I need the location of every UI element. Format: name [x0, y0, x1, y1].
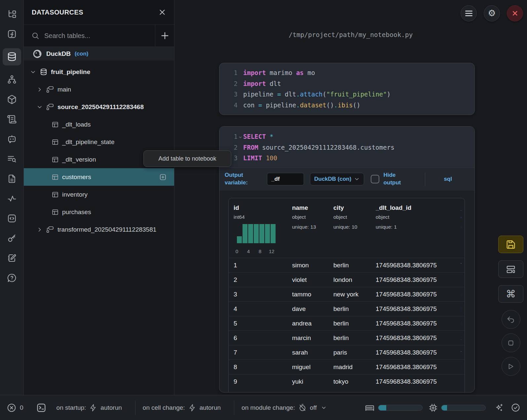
code-line: 4 con = pipeline.dataset().ibis(): [219, 100, 474, 111]
tree-item-customers[interactable]: customers: [24, 168, 174, 186]
terminal-button[interactable]: [36, 402, 47, 413]
schema-icon: [46, 226, 54, 234]
save-button[interactable]: [498, 236, 523, 253]
database-icon[interactable]: [3, 48, 21, 65]
add-table-icon[interactable]: [159, 173, 167, 181]
tree-item-fruit_pipeline[interactable]: fruit_pipeline: [24, 63, 174, 81]
bot-icon[interactable]: [3, 134, 21, 145]
table-row[interactable]: 9yukitokyo1745968348.3806975E: [229, 374, 465, 389]
app-window: DATASOURCES Search tables... DuckDB (con…: [0, 0, 527, 420]
datasources-panel: DATASOURCES Search tables... DuckDB (con…: [24, 0, 174, 395]
help-icon[interactable]: [3, 272, 21, 284]
column-header-name[interactable]: name object unique: 13: [287, 204, 328, 254]
error-indicator[interactable]: 0: [7, 403, 23, 413]
connection-row[interactable]: DuckDB (con): [24, 47, 174, 60]
divider: [425, 172, 425, 186]
settings-button[interactable]: ⚙: [484, 5, 500, 21]
shutdown-button[interactable]: ✕: [507, 5, 523, 21]
save-icon: [506, 240, 516, 249]
timer-off-icon: [298, 403, 307, 412]
sql-editor[interactable]: 1 SELECT * 2 FROM source_202504291112283…: [219, 127, 474, 168]
sitemap-icon[interactable]: [3, 74, 21, 85]
column-header-_dlt_load_id[interactable]: _dlt_load_id object unique: 1: [371, 204, 456, 254]
output-variable-input[interactable]: _df: [267, 173, 304, 185]
datasource-tree: fruit_pipeline main source_2025042911122…: [24, 60, 174, 238]
shutdown-x-icon: ✕: [511, 10, 518, 18]
table-row[interactable]: 6marcinberlin1745968348.3806975z: [229, 330, 465, 345]
startup-setting[interactable]: on startup: autorun: [56, 404, 122, 412]
tree-item-source_202504291112283468[interactable]: source_202504291112283468: [24, 98, 174, 116]
engine-select[interactable]: DuckDB (con): [310, 173, 364, 185]
tree-item-label: source_202504291112283468: [57, 103, 144, 111]
file-tree-icon[interactable]: [3, 9, 21, 20]
cube-icon[interactable]: [3, 94, 21, 105]
tree-item-main[interactable]: main: [24, 81, 174, 98]
tree-item-label: main: [57, 86, 71, 93]
cell-change-setting[interactable]: on cell change: autorun: [143, 404, 221, 412]
activity-icon[interactable]: [3, 193, 21, 204]
key-icon[interactable]: [3, 233, 21, 244]
module-change-setting[interactable]: on module change: off: [242, 403, 326, 412]
tree-item-inventory[interactable]: inventory: [24, 186, 174, 203]
layout-icon: [506, 264, 516, 274]
ai-assist-button[interactable]: [494, 403, 504, 412]
scroll-icon[interactable]: [3, 114, 21, 125]
layout-button[interactable]: [498, 260, 523, 278]
python-cell[interactable]: 1 import marimo as mo 2 import dlt 3 pip…: [219, 63, 475, 115]
panel-title: DATASOURCES: [32, 9, 83, 16]
hide-output-checkbox[interactable]: [371, 175, 379, 183]
column-header-_dlt_id[interactable]: _dlt_id object unique: 13: [456, 204, 461, 254]
table-row[interactable]: 7sarahparis1745968348.3806975t: [229, 345, 465, 360]
close-icon[interactable]: [158, 8, 166, 16]
fold-icon[interactable]: [238, 135, 243, 139]
tree-item-label: transformed_202504291112283581: [57, 226, 156, 233]
sql-cell[interactable]: 1 SELECT * 2 FROM source_202504291112283…: [219, 126, 475, 393]
search-input[interactable]: Search tables...: [44, 32, 155, 40]
search-icon: [31, 31, 40, 40]
circle-x-icon: [7, 403, 17, 413]
table-row[interactable]: 8miguelmadrid1745968348.3806975r: [229, 360, 465, 374]
stop-button[interactable]: [502, 333, 520, 352]
schema-icon: [46, 103, 54, 111]
tree-item-purchases[interactable]: purchases: [24, 203, 174, 221]
result-table[interactable]: id int64 04812 name object unique: 13 ci…: [228, 198, 465, 393]
code-box-icon[interactable]: [3, 213, 21, 224]
column-header-id[interactable]: id int64 04812: [229, 204, 287, 254]
file-text-icon[interactable]: [3, 173, 21, 184]
table-icon: [52, 156, 59, 163]
output-variable-label: Output variable:: [225, 172, 259, 187]
tree-item-_dlt_pipeline_state[interactable]: _dlt_pipeline_state: [24, 133, 174, 151]
tree-item-_dlt_loads[interactable]: _dlt_loads: [24, 116, 174, 133]
table-row[interactable]: 2violetlondon1745968348.3806975D: [229, 272, 465, 287]
run-button[interactable]: [502, 357, 520, 376]
list-search-icon[interactable]: [3, 153, 21, 165]
table-row[interactable]: 5andreaberlin1745968348.3806975k: [229, 316, 465, 330]
code-line: 2 import dlt: [219, 78, 474, 89]
table-body: 1simonberlin1745968348.3806975V2violetlo…: [229, 258, 465, 389]
table-row[interactable]: 1simonberlin1745968348.3806975V: [229, 258, 465, 272]
tree-item-label: customers: [62, 173, 91, 181]
column-header-city[interactable]: city object unique: 10: [328, 204, 371, 254]
notebook-area: ⚙ ✕ /tmp/project/path/my_notebook.py 1 i…: [174, 0, 527, 395]
circle-check-icon: [511, 403, 520, 412]
health-button[interactable]: [511, 403, 520, 412]
tree-item-label: fruit_pipeline: [51, 68, 90, 76]
chevron-right-icon: [36, 86, 43, 93]
notebook-pen-icon[interactable]: [3, 252, 21, 264]
shortcuts-button[interactable]: ⌘: [498, 285, 523, 303]
tree-item-label: _dlt_pipeline_state: [62, 138, 114, 146]
table-row[interactable]: 4daveberlin1745968348.3806975h: [229, 301, 465, 316]
undo-button[interactable]: [502, 310, 520, 329]
gear-icon: ⚙: [488, 9, 496, 18]
table-icon: [52, 209, 59, 216]
table-row[interactable]: 3tammonew york1745968348.3806975r: [229, 287, 465, 301]
memory-indicator: [365, 403, 423, 413]
undo-icon: [506, 315, 515, 324]
tree-item-transformed_202504291112283581[interactable]: transformed_202504291112283581: [24, 221, 174, 238]
add-datasource-button[interactable]: [155, 25, 174, 47]
chevron-down-icon: [36, 104, 43, 110]
function-icon[interactable]: [3, 28, 21, 40]
output-options-row: Output variable: _df DuckDB (con) Hide o…: [219, 168, 474, 191]
table-icon: [52, 138, 59, 146]
menu-button[interactable]: [461, 5, 477, 21]
